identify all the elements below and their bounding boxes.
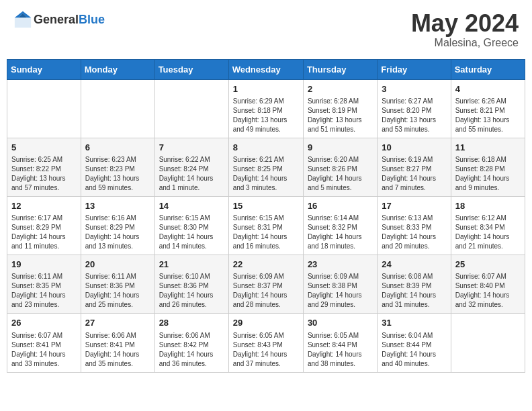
day-info: Sunrise: 6:27 AM Sunset: 8:20 PM Dayligh… bbox=[382, 97, 446, 134]
day-number: 13 bbox=[85, 200, 150, 212]
day-info: Sunrise: 6:13 AM Sunset: 8:33 PM Dayligh… bbox=[382, 214, 446, 251]
day-cell: 9Sunrise: 6:20 AM Sunset: 8:26 PM Daylig… bbox=[303, 138, 377, 196]
weekday-header-tuesday: Tuesday bbox=[154, 59, 228, 79]
week-row-5: 26Sunrise: 6:07 AM Sunset: 8:41 PM Dayli… bbox=[7, 314, 525, 372]
day-info: Sunrise: 6:20 AM Sunset: 8:26 PM Dayligh… bbox=[308, 155, 373, 193]
day-number: 23 bbox=[308, 259, 373, 271]
week-row-2: 5Sunrise: 6:25 AM Sunset: 8:22 PM Daylig… bbox=[7, 138, 525, 196]
day-cell: 31Sunrise: 6:04 AM Sunset: 8:44 PM Dayli… bbox=[378, 314, 451, 372]
day-cell: 19Sunrise: 6:11 AM Sunset: 8:35 PM Dayli… bbox=[7, 255, 81, 314]
weekday-header-saturday: Saturday bbox=[451, 59, 525, 79]
day-number: 6 bbox=[85, 142, 150, 154]
day-number: 5 bbox=[11, 142, 77, 154]
day-cell: 27Sunrise: 6:06 AM Sunset: 8:41 PM Dayli… bbox=[81, 314, 154, 372]
day-number: 2 bbox=[308, 83, 373, 95]
day-info: Sunrise: 6:09 AM Sunset: 8:37 PM Dayligh… bbox=[233, 272, 299, 310]
day-cell: 20Sunrise: 6:11 AM Sunset: 8:36 PM Dayli… bbox=[81, 255, 154, 314]
day-info: Sunrise: 6:06 AM Sunset: 8:42 PM Dayligh… bbox=[159, 331, 224, 369]
day-info: Sunrise: 6:10 AM Sunset: 8:36 PM Dayligh… bbox=[159, 272, 224, 310]
day-info: Sunrise: 6:05 AM Sunset: 8:43 PM Dayligh… bbox=[233, 331, 299, 369]
title-section: May 2024 Malesina, Greece bbox=[411, 10, 519, 49]
day-info: Sunrise: 6:11 AM Sunset: 8:35 PM Dayligh… bbox=[11, 272, 77, 310]
day-info: Sunrise: 6:07 AM Sunset: 8:40 PM Dayligh… bbox=[455, 272, 521, 310]
logo-blue: Blue bbox=[79, 13, 105, 26]
day-number: 18 bbox=[455, 200, 521, 212]
day-cell: 16Sunrise: 6:14 AM Sunset: 8:32 PM Dayli… bbox=[303, 196, 377, 255]
day-cell: 30Sunrise: 6:05 AM Sunset: 8:44 PM Dayli… bbox=[303, 314, 377, 372]
day-cell: 22Sunrise: 6:09 AM Sunset: 8:37 PM Dayli… bbox=[228, 255, 303, 314]
weekday-header-monday: Monday bbox=[81, 59, 154, 79]
day-cell: 10Sunrise: 6:19 AM Sunset: 8:27 PM Dayli… bbox=[378, 138, 451, 196]
day-cell: 2Sunrise: 6:28 AM Sunset: 8:19 PM Daylig… bbox=[303, 79, 377, 138]
week-row-1: 1Sunrise: 6:29 AM Sunset: 8:18 PM Daylig… bbox=[7, 79, 525, 138]
day-info: Sunrise: 6:17 AM Sunset: 8:29 PM Dayligh… bbox=[11, 214, 77, 251]
day-cell: 13Sunrise: 6:16 AM Sunset: 8:29 PM Dayli… bbox=[81, 196, 154, 255]
day-number: 3 bbox=[382, 83, 446, 95]
day-info: Sunrise: 6:21 AM Sunset: 8:25 PM Dayligh… bbox=[233, 155, 299, 193]
day-number: 4 bbox=[455, 83, 521, 95]
day-cell: 29Sunrise: 6:05 AM Sunset: 8:43 PM Dayli… bbox=[228, 314, 303, 372]
day-cell: 18Sunrise: 6:12 AM Sunset: 8:34 PM Dayli… bbox=[451, 196, 525, 255]
day-number: 17 bbox=[382, 200, 446, 212]
day-cell: 12Sunrise: 6:17 AM Sunset: 8:29 PM Dayli… bbox=[7, 196, 81, 255]
day-number: 29 bbox=[233, 317, 299, 329]
day-info: Sunrise: 6:19 AM Sunset: 8:27 PM Dayligh… bbox=[382, 155, 446, 193]
day-cell: 24Sunrise: 6:08 AM Sunset: 8:39 PM Dayli… bbox=[378, 255, 451, 314]
day-number: 28 bbox=[159, 317, 224, 329]
day-info: Sunrise: 6:12 AM Sunset: 8:34 PM Dayligh… bbox=[455, 214, 521, 251]
day-cell: 15Sunrise: 6:15 AM Sunset: 8:31 PM Dayli… bbox=[228, 196, 303, 255]
day-cell: 23Sunrise: 6:09 AM Sunset: 8:38 PM Dayli… bbox=[303, 255, 377, 314]
day-cell: 28Sunrise: 6:06 AM Sunset: 8:42 PM Dayli… bbox=[154, 314, 228, 372]
logo: GeneralBlue bbox=[13, 10, 105, 29]
day-cell bbox=[154, 79, 228, 138]
day-number: 11 bbox=[455, 142, 521, 154]
day-info: Sunrise: 6:09 AM Sunset: 8:38 PM Dayligh… bbox=[308, 272, 373, 310]
day-number: 9 bbox=[308, 142, 373, 154]
day-cell: 11Sunrise: 6:18 AM Sunset: 8:28 PM Dayli… bbox=[451, 138, 525, 196]
day-number: 8 bbox=[233, 142, 299, 154]
day-number: 10 bbox=[382, 142, 446, 154]
day-info: Sunrise: 6:29 AM Sunset: 8:18 PM Dayligh… bbox=[233, 97, 299, 134]
day-cell: 25Sunrise: 6:07 AM Sunset: 8:40 PM Dayli… bbox=[451, 255, 525, 314]
day-cell: 5Sunrise: 6:25 AM Sunset: 8:22 PM Daylig… bbox=[7, 138, 81, 196]
logo-icon bbox=[13, 10, 32, 29]
day-info: Sunrise: 6:25 AM Sunset: 8:22 PM Dayligh… bbox=[11, 155, 77, 193]
day-number: 15 bbox=[233, 200, 299, 212]
weekday-header-sunday: Sunday bbox=[7, 59, 81, 79]
day-number: 22 bbox=[233, 259, 299, 271]
day-cell: 7Sunrise: 6:22 AM Sunset: 8:24 PM Daylig… bbox=[154, 138, 228, 196]
day-info: Sunrise: 6:07 AM Sunset: 8:41 PM Dayligh… bbox=[11, 331, 77, 369]
day-number: 31 bbox=[382, 317, 446, 329]
page-header: GeneralBlue May 2024 Malesina, Greece bbox=[7, 7, 525, 52]
day-info: Sunrise: 6:18 AM Sunset: 8:28 PM Dayligh… bbox=[455, 155, 521, 193]
day-cell: 17Sunrise: 6:13 AM Sunset: 8:33 PM Dayli… bbox=[378, 196, 451, 255]
weekday-header-wednesday: Wednesday bbox=[228, 59, 303, 79]
day-cell bbox=[7, 79, 81, 138]
day-info: Sunrise: 6:28 AM Sunset: 8:19 PM Dayligh… bbox=[308, 97, 373, 134]
day-cell: 26Sunrise: 6:07 AM Sunset: 8:41 PM Dayli… bbox=[7, 314, 81, 372]
day-cell: 6Sunrise: 6:23 AM Sunset: 8:23 PM Daylig… bbox=[81, 138, 154, 196]
day-cell: 14Sunrise: 6:15 AM Sunset: 8:30 PM Dayli… bbox=[154, 196, 228, 255]
day-cell: 21Sunrise: 6:10 AM Sunset: 8:36 PM Dayli… bbox=[154, 255, 228, 314]
day-number: 24 bbox=[382, 259, 446, 271]
week-row-4: 19Sunrise: 6:11 AM Sunset: 8:35 PM Dayli… bbox=[7, 255, 525, 314]
day-cell: 3Sunrise: 6:27 AM Sunset: 8:20 PM Daylig… bbox=[378, 79, 451, 138]
day-cell bbox=[81, 79, 154, 138]
day-cell: 1Sunrise: 6:29 AM Sunset: 8:18 PM Daylig… bbox=[228, 79, 303, 138]
month-title: May 2024 bbox=[411, 10, 519, 37]
day-number: 26 bbox=[11, 317, 77, 329]
day-number: 7 bbox=[159, 142, 224, 154]
location-title: Malesina, Greece bbox=[411, 37, 519, 49]
day-cell: 4Sunrise: 6:26 AM Sunset: 8:21 PM Daylig… bbox=[451, 79, 525, 138]
day-number: 20 bbox=[85, 259, 150, 271]
day-number: 21 bbox=[159, 259, 224, 271]
day-number: 14 bbox=[159, 200, 224, 212]
day-info: Sunrise: 6:06 AM Sunset: 8:41 PM Dayligh… bbox=[85, 331, 150, 369]
weekday-header-thursday: Thursday bbox=[303, 59, 377, 79]
day-number: 12 bbox=[11, 200, 77, 212]
day-number: 1 bbox=[233, 83, 299, 95]
day-cell bbox=[451, 314, 525, 372]
weekday-header-friday: Friday bbox=[378, 59, 451, 79]
calendar-table: SundayMondayTuesdayWednesdayThursdayFrid… bbox=[7, 59, 525, 373]
logo-general: General bbox=[34, 13, 79, 26]
